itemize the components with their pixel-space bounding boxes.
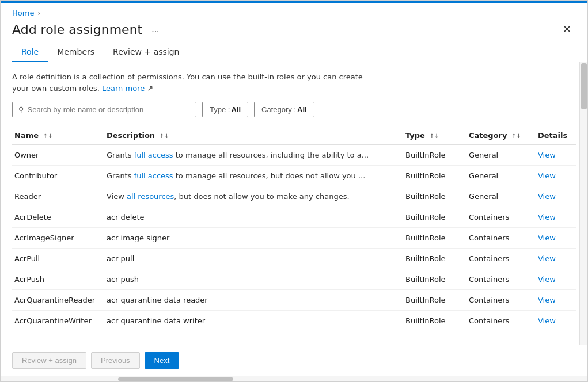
breadcrumb: Home › <box>1 3 587 20</box>
view-link[interactable]: View <box>538 316 556 325</box>
cell-name: AcrPull <box>12 249 104 269</box>
tab-role[interactable]: Role <box>12 43 48 62</box>
close-button[interactable]: ✕ <box>558 22 576 37</box>
search-input[interactable] <box>28 105 190 114</box>
right-scrollbar[interactable] <box>579 62 587 345</box>
cell-type: BuiltInRole <box>403 145 466 166</box>
cell-name: AcrQuarantineWriter <box>12 311 104 331</box>
name-sort-icon: ↑↓ <box>41 133 52 139</box>
cell-type: BuiltInRole <box>403 290 466 311</box>
cell-details: View <box>536 186 576 207</box>
cell-description: acr delete <box>104 207 403 228</box>
type-sort-icon: ↑↓ <box>427 133 439 139</box>
description-text: A role definition is a collection of per… <box>12 71 369 94</box>
roles-table-container: Name ↑↓ Description ↑↓ Type ↑↓ Category … <box>12 127 576 331</box>
scrollbar-thumb <box>581 63 587 109</box>
cell-name: AcrImageSigner <box>12 228 104 249</box>
cell-category: Containers <box>466 207 536 228</box>
search-icon: ⚲ <box>18 105 24 114</box>
cell-category: General <box>466 186 536 207</box>
cell-category: Containers <box>466 311 536 331</box>
cell-details: View <box>536 228 576 249</box>
cell-description: acr pull <box>104 249 403 269</box>
tabs-bar: Role Members Review + assign <box>1 43 587 62</box>
cell-details: View <box>536 145 576 166</box>
content-area: A role definition is a collection of per… <box>1 62 587 345</box>
col-header-category[interactable]: Category ↑↓ <box>466 127 536 145</box>
bottom-scrollbar[interactable] <box>1 376 587 381</box>
table-row: ReaderView all resources, but does not a… <box>12 186 576 207</box>
next-button[interactable]: Next <box>145 352 180 369</box>
footer: Review + assign Previous Next <box>1 345 587 376</box>
table-row: AcrDeleteacr deleteBuiltInRoleContainers… <box>12 207 576 228</box>
table-row: AcrQuarantineWriteracr quarantine data w… <box>12 311 576 331</box>
cell-details: View <box>536 290 576 311</box>
view-link[interactable]: View <box>538 254 556 263</box>
view-link[interactable]: View <box>538 213 556 221</box>
external-link-icon: ↗ <box>145 84 153 93</box>
cell-details: View <box>536 166 576 186</box>
cell-category: Containers <box>466 290 536 311</box>
review-assign-button[interactable]: Review + assign <box>12 352 86 369</box>
cell-category: Containers <box>466 249 536 269</box>
description-content: A role definition is a collection of per… <box>12 72 363 93</box>
cell-type: BuiltInRole <box>403 186 466 207</box>
view-link[interactable]: View <box>538 151 556 159</box>
cell-type: BuiltInRole <box>403 249 466 269</box>
page-title: Add role assignment <box>12 22 142 37</box>
tab-members[interactable]: Members <box>48 43 104 62</box>
view-link[interactable]: View <box>538 192 556 201</box>
cell-description: acr image signer <box>104 228 403 249</box>
cell-description: Grants full access to manage all resourc… <box>104 145 403 166</box>
col-header-details: Details <box>536 127 576 145</box>
cell-category: General <box>466 166 536 186</box>
main-window: Home › Add role assignment ... ✕ Role Me… <box>0 0 588 382</box>
cell-details: View <box>536 311 576 331</box>
col-header-description[interactable]: Description ↑↓ <box>104 127 403 145</box>
table-row: AcrImageSigneracr image signerBuiltInRol… <box>12 228 576 249</box>
cell-details: View <box>536 207 576 228</box>
cell-name: Reader <box>12 186 104 207</box>
view-link[interactable]: View <box>538 171 556 180</box>
search-box[interactable]: ⚲ <box>12 102 196 117</box>
view-link[interactable]: View <box>538 234 556 242</box>
type-filter-value: All <box>231 105 241 114</box>
breadcrumb-separator: › <box>37 9 40 17</box>
learn-more-link[interactable]: Learn more <box>102 84 145 93</box>
cell-category: Containers <box>466 269 536 290</box>
table-row: AcrPullacr pullBuiltInRoleContainersView <box>12 249 576 269</box>
table-row: ContributorGrants full access to manage … <box>12 166 576 186</box>
type-filter[interactable]: Type : All <box>202 102 248 117</box>
table-row: OwnerGrants full access to manage all re… <box>12 145 576 166</box>
page-header: Add role assignment ... ✕ <box>1 20 587 43</box>
cell-details: View <box>536 249 576 269</box>
cell-name: AcrQuarantineReader <box>12 290 104 311</box>
table-row: AcrPushacr pushBuiltInRoleContainersView <box>12 269 576 290</box>
view-link[interactable]: View <box>538 296 556 304</box>
view-link[interactable]: View <box>538 275 556 284</box>
table-row: AcrQuarantineReaderacr quarantine data r… <box>12 290 576 311</box>
cell-name: AcrPush <box>12 269 104 290</box>
cell-details: View <box>536 269 576 290</box>
col-header-type[interactable]: Type ↑↓ <box>403 127 466 145</box>
category-filter-label: Category : <box>261 105 296 114</box>
cell-name: AcrDelete <box>12 207 104 228</box>
cell-name: Contributor <box>12 166 104 186</box>
breadcrumb-home[interactable]: Home <box>12 9 34 17</box>
category-filter[interactable]: Category : All <box>254 102 314 117</box>
col-header-name[interactable]: Name ↑↓ <box>12 127 104 145</box>
desc-sort-icon: ↑↓ <box>157 133 169 139</box>
cell-description: acr quarantine data reader <box>104 290 403 311</box>
cell-type: BuiltInRole <box>403 207 466 228</box>
type-filter-label: Type : <box>210 105 230 114</box>
tab-review-assign[interactable]: Review + assign <box>104 43 188 62</box>
roles-table: Name ↑↓ Description ↑↓ Type ↑↓ Category … <box>12 127 576 331</box>
cell-type: BuiltInRole <box>403 269 466 290</box>
category-sort-icon: ↑↓ <box>509 133 521 139</box>
ellipsis-button[interactable]: ... <box>148 23 162 36</box>
cell-description: acr push <box>104 269 403 290</box>
previous-button[interactable]: Previous <box>91 352 140 369</box>
cell-type: BuiltInRole <box>403 228 466 249</box>
bottom-scrollbar-thumb <box>118 377 233 381</box>
cell-description: Grants full access to manage all resourc… <box>104 166 403 186</box>
